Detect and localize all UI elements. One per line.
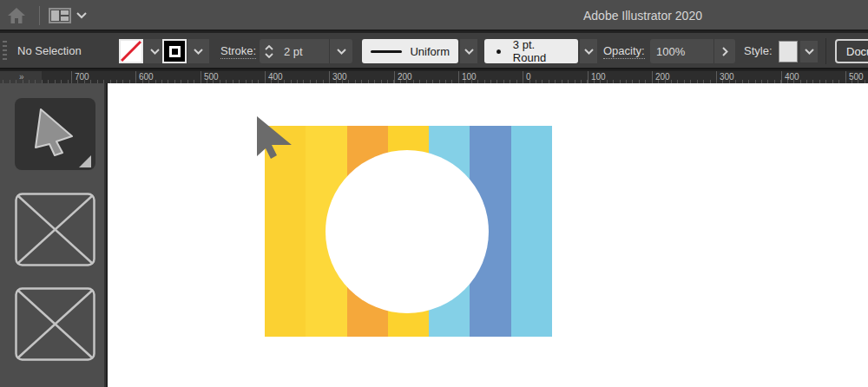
ruler-major-tick xyxy=(845,71,846,83)
control-bar: No Selection xyxy=(0,33,868,69)
stroke-swatch[interactable] xyxy=(162,39,187,63)
opacity-panel-link[interactable]: Opacity: xyxy=(603,44,645,59)
artboard-artwork[interactable] xyxy=(265,126,552,337)
ruler-major-tick xyxy=(329,71,330,83)
stroke-weight-stepper[interactable] xyxy=(260,39,278,63)
stroke-panel-link[interactable]: Stroke: xyxy=(220,44,256,59)
horizontal-ruler[interactable]: » 7006005004003002001000100200300400500 xyxy=(0,71,868,83)
arrange-documents-button[interactable] xyxy=(49,8,87,23)
brush-definition-dropdown-button[interactable] xyxy=(580,39,597,63)
ruler-major-tick xyxy=(265,71,266,83)
ruler-major-tick xyxy=(201,71,201,83)
artwork-circle[interactable] xyxy=(326,150,489,313)
home-icon xyxy=(7,7,26,24)
ruler-major-tick xyxy=(394,71,395,83)
width-profile-dropdown-button[interactable] xyxy=(460,39,477,63)
arrange-documents-icon xyxy=(49,9,70,23)
window-title: Adobe Illustrator 2020 xyxy=(583,0,702,31)
stroke-weight-input[interactable]: 2 pt xyxy=(278,39,329,63)
none-fill-icon xyxy=(121,41,141,62)
ruler-tick-label: 600 xyxy=(139,71,154,82)
placeholder-x-icon xyxy=(15,287,95,361)
ruler-tick-label: 700 xyxy=(75,71,89,82)
chevron-down-icon xyxy=(265,53,273,58)
style-swatch[interactable] xyxy=(779,41,798,62)
ruler-tick-label: 200 xyxy=(398,71,412,82)
stroke-control xyxy=(162,39,209,63)
selection-arrow-icon xyxy=(36,109,72,155)
selection-status: No Selection xyxy=(17,33,82,69)
empty-tool-slot-1[interactable] xyxy=(15,193,95,266)
empty-tool-slot-2[interactable] xyxy=(15,287,95,361)
controlbar-divider xyxy=(825,38,826,64)
document-canvas[interactable] xyxy=(108,83,868,387)
placeholder-x-icon xyxy=(15,193,95,266)
brush-definition-dropdown[interactable]: 3 pt. Round xyxy=(484,39,578,63)
ruler-major-tick xyxy=(652,71,653,83)
ruler-major-tick xyxy=(588,71,589,83)
ruler-major-tick xyxy=(523,71,523,83)
titlebar-divider xyxy=(39,6,40,25)
workspace xyxy=(0,83,868,387)
panel-grip-handle[interactable] xyxy=(3,41,7,62)
tool-panel xyxy=(0,83,106,387)
illustrator-window: Adobe Illustrator 2020 No Selection xyxy=(0,0,868,387)
style-dropdown-button[interactable] xyxy=(800,41,818,62)
chevron-right-icon xyxy=(722,47,728,56)
ruler-tick-label: 400 xyxy=(268,71,283,82)
chevron-up-icon xyxy=(265,45,273,50)
tool-flyout-corner-icon xyxy=(79,155,91,167)
selection-tool-button[interactable] xyxy=(15,98,95,170)
artwork-stripe-1[interactable] xyxy=(265,126,306,337)
stroke-dropdown-button[interactable] xyxy=(187,39,209,63)
chevron-down-icon xyxy=(150,49,160,55)
stroke-weight-dropdown-button[interactable] xyxy=(329,39,352,63)
ruler-major-tick xyxy=(781,71,782,83)
ruler-major-tick xyxy=(135,71,136,83)
ruler-tick-label: 300 xyxy=(332,71,347,82)
ruler-tick-label: 500 xyxy=(849,71,864,82)
opacity-input[interactable]: 100% xyxy=(650,39,713,63)
opacity-field: 100% xyxy=(650,39,735,63)
ruler-tick-label: 300 xyxy=(720,71,734,82)
chevron-down-icon xyxy=(77,13,86,17)
ruler-tick-label: 100 xyxy=(591,71,606,82)
width-profile-dropdown[interactable]: Uniform xyxy=(362,39,458,63)
document-setup-button[interactable]: Docu xyxy=(835,39,868,63)
artwork-stripe-7[interactable] xyxy=(511,126,552,337)
home-button[interactable] xyxy=(7,7,26,24)
fill-swatch-none[interactable] xyxy=(119,39,143,63)
chevron-down-icon xyxy=(584,49,594,55)
title-bar: Adobe Illustrator 2020 xyxy=(0,0,868,31)
ruler-tick-label: 0 xyxy=(526,71,531,82)
style-label: Style: xyxy=(744,44,773,57)
ruler-major-tick xyxy=(458,71,459,83)
ruler-tick-label: 400 xyxy=(785,71,799,82)
stroke-weight-field: 2 pt xyxy=(260,39,352,63)
ruler-tick-label: 500 xyxy=(204,71,219,82)
ruler-tick-label: 200 xyxy=(655,71,670,82)
panel-overflow-button[interactable]: » xyxy=(0,71,42,83)
ruler-tick-label: 100 xyxy=(462,71,477,82)
ruler-major-tick xyxy=(71,71,72,83)
chevron-down-icon xyxy=(464,49,474,55)
opacity-expand-button[interactable] xyxy=(713,39,735,63)
ruler-major-tick xyxy=(716,71,717,83)
chevron-down-icon xyxy=(337,49,346,55)
width-profile-value: Uniform xyxy=(410,45,450,58)
uniform-width-profile-icon xyxy=(371,50,402,53)
fill-control xyxy=(119,39,166,63)
stroke-ring-icon xyxy=(169,46,181,57)
chevron-down-icon xyxy=(805,49,814,55)
brush-definition-value: 3 pt. Round xyxy=(513,38,569,64)
chevron-down-icon xyxy=(194,49,203,55)
brush-preview-dot-icon xyxy=(496,49,501,54)
